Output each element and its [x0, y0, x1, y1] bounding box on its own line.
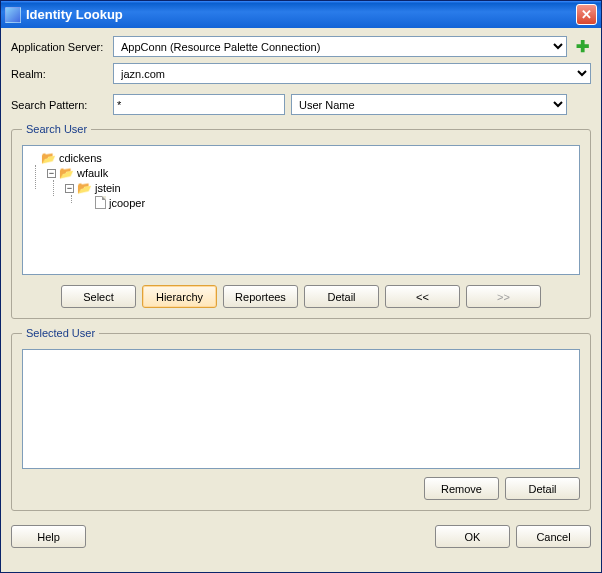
search-pattern-label: Search Pattern:: [11, 99, 107, 111]
tree-node-wfaulk[interactable]: − 📂 wfaulk: [47, 166, 573, 180]
remove-button[interactable]: Remove: [424, 477, 499, 500]
realm-label: Realm:: [11, 68, 107, 80]
search-user-legend: Search User: [22, 123, 91, 135]
collapse-toggle[interactable]: −: [47, 169, 56, 178]
select-button[interactable]: Select: [61, 285, 136, 308]
app-icon: [5, 7, 21, 23]
file-icon: [95, 196, 106, 209]
search-pattern-input[interactable]: [113, 94, 285, 115]
run-search-button[interactable]: [573, 96, 591, 114]
next-page-button[interactable]: >>: [466, 285, 541, 308]
tree-node-jcooper[interactable]: jcooper: [83, 196, 573, 209]
tree-node-label: cdickens: [59, 152, 102, 164]
folder-open-icon: 📂: [77, 181, 92, 195]
selected-user-list[interactable]: [22, 349, 580, 469]
tree-node-label: jcooper: [109, 197, 145, 209]
selected-user-group: Selected User Remove Detail: [11, 327, 591, 511]
title-bar: Identity Lookup ✕: [1, 1, 601, 28]
reportees-button[interactable]: Reportees: [223, 285, 298, 308]
collapse-toggle[interactable]: −: [65, 184, 74, 193]
selected-user-legend: Selected User: [22, 327, 99, 339]
search-user-group: Search User 📂 cdickens − 📂 wfau: [11, 123, 591, 319]
tree-node-cdickens[interactable]: 📂 cdickens: [29, 151, 573, 165]
window-title: Identity Lookup: [26, 7, 576, 22]
ok-button[interactable]: OK: [435, 525, 510, 548]
user-tree[interactable]: 📂 cdickens − 📂 wfaulk: [22, 145, 580, 275]
folder-open-icon: 📂: [41, 151, 56, 165]
plus-icon: ✚: [576, 37, 589, 56]
cancel-button[interactable]: Cancel: [516, 525, 591, 548]
hierarchy-button[interactable]: Hierarchy: [142, 285, 217, 308]
search-type-select[interactable]: User Name: [291, 94, 567, 115]
add-connection-button[interactable]: ✚: [573, 38, 591, 56]
help-button[interactable]: Help: [11, 525, 86, 548]
tree-node-label: wfaulk: [77, 167, 108, 179]
close-button[interactable]: ✕: [576, 4, 597, 25]
application-server-label: Application Server:: [11, 41, 107, 53]
tree-node-jstein[interactable]: − 📂 jstein: [65, 181, 573, 195]
folder-open-icon: 📂: [59, 166, 74, 180]
detail-selected-button[interactable]: Detail: [505, 477, 580, 500]
realm-select[interactable]: jazn.com: [113, 63, 591, 84]
prev-page-button[interactable]: <<: [385, 285, 460, 308]
detail-button[interactable]: Detail: [304, 285, 379, 308]
application-server-select[interactable]: AppConn (Resource Palette Connection): [113, 36, 567, 57]
tree-node-label: jstein: [95, 182, 121, 194]
